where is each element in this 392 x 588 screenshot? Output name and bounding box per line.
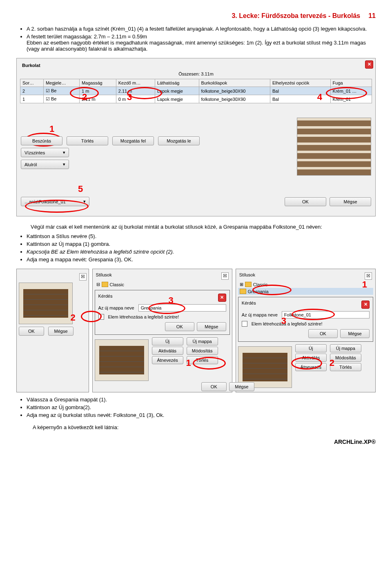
checkbox-label: Elem létrehozása a legfelső szintre! (252, 321, 323, 326)
top-level-checkbox[interactable] (242, 321, 247, 327)
page-header: 3. Lecke: Fürdőszoba tervezés - Burkolás… (16, 12, 376, 20)
instruction-list-3: Válassza a Grespania mappát (1). Kattint… (27, 396, 376, 418)
dialog-title: Kérdés (98, 294, 113, 302)
ok-button[interactable]: OK (165, 322, 194, 331)
tile-preview (19, 283, 73, 324)
cancel-button[interactable]: Mégse (330, 197, 371, 206)
cancel-button[interactable]: Mégse (197, 322, 226, 331)
burkolat-dialog: ✕ Burkolat Összesen: 3.11m Sor…Megjele…M… (16, 58, 376, 216)
style-name-input[interactable]: Folkstone_01 (282, 311, 370, 318)
movedown-button[interactable]: Mozgatás le (158, 136, 200, 145)
stilus-screenshots: ☒ OK Mégse Stílusok☒ ⊟Classic Kérdés✕ Az… (16, 269, 376, 392)
stilus-panel-2: Stílusok☒ ⊞Classic Grespania 1 Kérdés✕ A… (236, 269, 376, 392)
table-row-selected[interactable]: 2☑ Be1 m2.11 mLapok megjefolkstone_beige… (20, 87, 372, 95)
folder-icon (102, 282, 108, 287)
instruction-list-2: Kattintson a Stílus nevére (5). Kattints… (27, 233, 376, 263)
tree-grespania[interactable]: Grespania (238, 288, 373, 295)
ujmappa-button[interactable]: Új mappa (187, 337, 218, 345)
style-select[interactable]: …ania\Folkstone_01 (21, 197, 89, 206)
close-icon[interactable]: ✕ (218, 294, 226, 302)
tile-preview (297, 118, 371, 176)
uj-button[interactable]: Új (152, 337, 183, 345)
torles-button[interactable]: Törlés (330, 363, 361, 371)
total-label: Összesen: 3.11m (20, 69, 372, 79)
cancel-button[interactable]: Mégse (229, 382, 254, 391)
aktivalas-button[interactable]: Aktiválás (295, 354, 327, 362)
dialog-title: Burkolat (20, 62, 372, 69)
question-dialog-2: Kérdés✕ Az új mappa neve Folkstone_01 3 … (238, 297, 373, 342)
atnevezes-button[interactable]: Átnevezés (295, 363, 327, 371)
ok-button[interactable]: OK (19, 327, 44, 336)
orientation-select[interactable]: Vízszintes (21, 148, 69, 157)
footer-brand: ARCHLine.XP® (16, 439, 376, 445)
layers-table: Sor…Megjele…MagasságKezdő m…LáthatóságBu… (20, 79, 372, 103)
label-new-folder: Az új mappa neve (242, 312, 278, 317)
modositas-button[interactable]: Módosítás (330, 354, 361, 362)
tree-classic[interactable]: ⊞Classic (238, 281, 373, 288)
stilus-panel-1: Stílusok☒ ⊟Classic Kérdés✕ Az új mappa n… (92, 269, 232, 392)
close-icon[interactable]: ✕ (361, 301, 370, 309)
checkbox-label: Elem létrehozása a legfelső szintre! (108, 314, 179, 319)
moveup-button[interactable]: Mozgatás fel (112, 136, 154, 145)
table-header: Sor…Megjele…MagasságKezdő m…LáthatóságBu… (20, 79, 372, 87)
folder-icon (245, 282, 252, 287)
uj-button[interactable]: Új (295, 344, 327, 352)
ok-button[interactable]: OK (308, 329, 338, 338)
from-select[interactable]: Alulról (21, 160, 69, 169)
paragraph-4: A képernyőn a következőt kell látnia: (33, 424, 376, 430)
dialog-title: Kérdés (242, 301, 256, 309)
label-new-folder: Az új mappa neve (98, 305, 134, 310)
table-row[interactable]: 1☑ Be2.11 m0 mLapok megjefolkstone_beige… (20, 95, 372, 103)
folder-icon (240, 289, 246, 294)
ok-button[interactable]: OK (201, 382, 227, 391)
ok-button[interactable]: OK (285, 197, 326, 206)
panel-ok-fragment: ☒ OK Mégse (16, 269, 89, 392)
folder-name-input[interactable]: Grespania (138, 304, 226, 312)
question-dialog-1: Kérdés✕ Az új mappa neve Grespania 3 ✓ E… (95, 290, 230, 335)
delete-button[interactable]: Törlés (67, 136, 108, 145)
atnevezes-button[interactable]: Átnevezés (152, 356, 183, 364)
torles-button[interactable]: Törlés (187, 356, 218, 364)
tile-preview (95, 339, 149, 381)
cancel-button[interactable]: Mégse (340, 329, 370, 338)
close-icon[interactable]: ☒ (365, 272, 372, 280)
top-level-checkbox[interactable]: ✓ (98, 314, 104, 320)
instruction-list-1: A 2. sorban használja a fuga színét (Kré… (27, 26, 376, 52)
modositas-button[interactable]: Módosítás (187, 347, 218, 355)
tile-preview (238, 346, 292, 388)
ujmappa-button[interactable]: Új mappa (330, 344, 361, 352)
close-icon[interactable]: ☒ (79, 273, 87, 281)
aktivalas-button[interactable]: Aktiválás (152, 347, 183, 355)
tree-classic[interactable]: ⊟Classic (95, 281, 230, 288)
paragraph-2: Végül már csak el kell mentenünk az új b… (31, 224, 361, 230)
close-icon[interactable]: ☒ (221, 272, 229, 280)
insert-button[interactable]: Beszúrás (21, 136, 62, 145)
cancel-button[interactable]: Mégse (48, 327, 74, 336)
close-icon[interactable]: ✕ (365, 60, 373, 69)
